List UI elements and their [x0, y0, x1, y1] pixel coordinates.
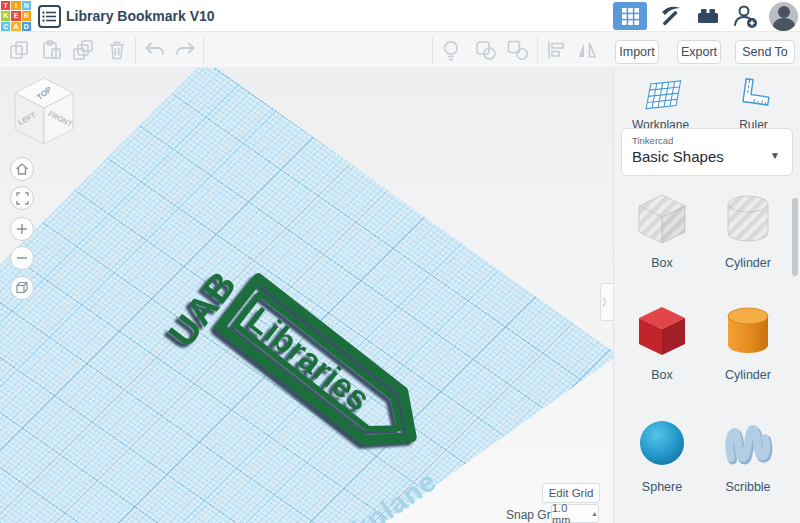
logo-tile: E: [11, 11, 20, 20]
shape-library-dropdown[interactable]: Tinkercad Basic Shapes ▼: [621, 128, 793, 176]
caret-up-icon: ▲: [591, 510, 598, 517]
shape-tile-hole-cylinder[interactable]: Cylinder: [708, 190, 788, 270]
zoom-in-button[interactable]: [10, 217, 34, 241]
panel-scrollbar[interactable]: [792, 198, 798, 276]
top-bar: TINKERCAD Library Bookmark V10: [0, 0, 800, 32]
logo-tile: T: [1, 1, 10, 10]
tinkercad-app: TINKERCAD Library Bookmark V10: [0, 0, 800, 523]
shape-gallery: Box Cylinder Box: [622, 190, 788, 494]
paste-icon[interactable]: [40, 39, 62, 61]
logo-tile: N: [22, 1, 31, 10]
logo-tile: C: [1, 22, 10, 31]
snap-grid-select[interactable]: 1.0 mm ▲: [551, 504, 599, 523]
panel-collapse-handle[interactable]: 〉: [600, 283, 613, 321]
brick-icon: [696, 4, 720, 28]
show-all-icon[interactable]: [440, 39, 462, 63]
library-selected: Basic Shapes: [632, 148, 782, 165]
shape-tile-hole-box[interactable]: Box: [622, 190, 702, 270]
viewport-canvas[interactable]: Workplane UAB Libraries TOP: [0, 68, 613, 523]
logo-tile: I: [11, 1, 20, 10]
design-menu-button[interactable]: [38, 5, 61, 28]
group-icon[interactable]: [474, 39, 498, 61]
shapes-panel: Workplane Ruler Tinkercad Basic Shapes ▼: [613, 68, 800, 523]
avatar-silhouette: [778, 6, 790, 18]
fit-view-button[interactable]: [10, 186, 34, 210]
bookmark-object[interactable]: UAB Libraries: [163, 221, 453, 521]
sphere-icon: [633, 414, 691, 472]
shape-tile-orange-cylinder[interactable]: Cylinder: [708, 302, 788, 382]
copy-icon[interactable]: [8, 39, 30, 61]
document-title: Library Bookmark V10: [66, 8, 215, 24]
logo-tile: D: [22, 22, 31, 31]
shape-tile-sphere[interactable]: Sphere: [622, 414, 702, 494]
grid-icon: [622, 8, 639, 25]
home-view-button[interactable]: [10, 157, 34, 181]
view-cube[interactable]: TOP LEFT FRONT: [12, 76, 76, 150]
workplane-grid-icon: [640, 78, 682, 112]
export-button[interactable]: Export: [677, 40, 721, 64]
add-person-icon: [733, 3, 759, 29]
import-button[interactable]: Import: [615, 40, 659, 64]
invite-button[interactable]: [731, 2, 761, 30]
shape-tile-scribble[interactable]: Scribble: [708, 414, 788, 494]
pickaxe-icon: [657, 3, 683, 29]
minecraft-button[interactable]: [655, 2, 685, 30]
align-icon[interactable]: [545, 39, 567, 61]
ungroup-icon[interactable]: [506, 39, 530, 61]
duplicate-icon[interactable]: [72, 39, 96, 61]
edit-grid-button[interactable]: Edit Grid: [542, 483, 600, 503]
shape-tile-red-box[interactable]: Box: [622, 302, 702, 382]
profile-avatar[interactable]: [769, 2, 798, 31]
list-icon: [42, 10, 57, 23]
dashboard-grid-button[interactable]: [613, 2, 647, 30]
red-box-icon: [633, 302, 691, 360]
hole-box-icon: [633, 190, 691, 248]
logo-tile: R: [22, 11, 31, 20]
delete-icon[interactable]: [106, 39, 128, 61]
scribble-icon: [719, 414, 777, 472]
brick-button[interactable]: [693, 2, 723, 30]
hole-cylinder-icon: [719, 190, 777, 248]
ruler-icon: [736, 78, 772, 112]
mirror-icon[interactable]: [575, 39, 599, 61]
logo-tile: A: [11, 22, 20, 31]
edit-toolbar: Import Export Send To: [0, 32, 800, 68]
zoom-out-button[interactable]: [10, 246, 34, 270]
redo-icon[interactable]: [173, 39, 197, 61]
library-category: Tinkercad: [632, 135, 782, 146]
ruler-tool[interactable]: Ruler: [714, 78, 794, 132]
tinkercad-logo[interactable]: TINKERCAD: [1, 1, 31, 31]
workplane-tool[interactable]: Workplane: [621, 78, 701, 132]
perspective-toggle-button[interactable]: [10, 276, 34, 300]
undo-icon[interactable]: [143, 39, 167, 61]
send-to-button[interactable]: Send To: [735, 40, 795, 64]
logo-tile: K: [1, 11, 10, 20]
orange-cylinder-icon: [719, 302, 777, 360]
caret-down-icon: ▼: [770, 150, 780, 161]
